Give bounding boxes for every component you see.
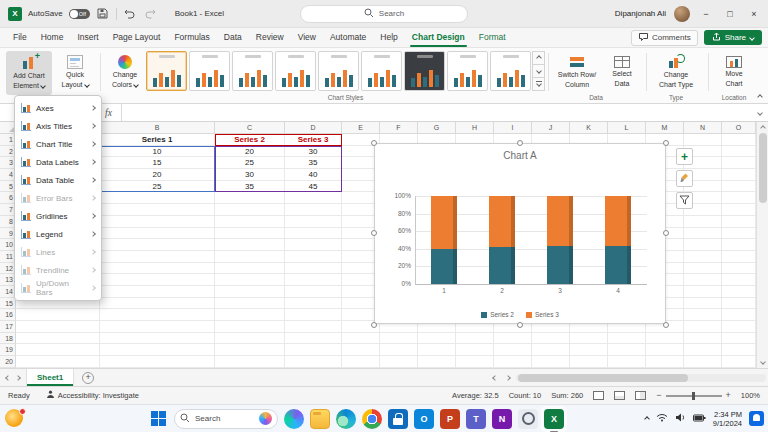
cell-F19[interactable]	[380, 344, 418, 356]
cell-B15[interactable]	[100, 298, 215, 310]
cell-K19[interactable]	[570, 344, 608, 356]
sheet-tab-sheet1[interactable]: Sheet1	[26, 369, 74, 386]
chart-resize-handle[interactable]	[517, 322, 523, 328]
cell-I18[interactable]	[494, 333, 532, 345]
cell-O19[interactable]	[722, 344, 756, 356]
cell-O11[interactable]	[722, 251, 756, 263]
series-series-3-segment[interactable]	[605, 196, 631, 246]
cell-B20[interactable]	[100, 356, 215, 368]
cell-D10[interactable]	[285, 239, 342, 251]
cell-D19[interactable]	[285, 344, 342, 356]
chart-style-3[interactable]	[232, 51, 273, 91]
cell-D15[interactable]	[285, 298, 342, 310]
cell-O4[interactable]	[722, 169, 756, 181]
cell-A19[interactable]	[16, 344, 100, 356]
cell-N18[interactable]	[684, 333, 722, 345]
gallery-more-button[interactable]	[532, 78, 545, 91]
cell-O6[interactable]	[722, 192, 756, 204]
cell-N12[interactable]	[684, 263, 722, 275]
cell-D17[interactable]	[285, 321, 342, 333]
cell-M20[interactable]	[646, 356, 684, 368]
prev-sheet-icon[interactable]	[5, 375, 11, 381]
chart-style-9[interactable]	[490, 51, 531, 91]
chart-canvas[interactable]: Chart A 100%80%60%40%20%0%1234 Series 2S…	[374, 143, 666, 324]
cell-C12[interactable]	[215, 263, 285, 275]
add-chart-element-button[interactable]: + Add Chart Element	[6, 51, 52, 95]
series-series-3-segment[interactable]	[489, 196, 515, 247]
file-explorer-icon[interactable]	[310, 409, 330, 429]
cell-N19[interactable]	[684, 344, 722, 356]
row-header-16[interactable]: 16	[0, 309, 16, 321]
accessibility-status[interactable]: Accessibility: Investigate	[46, 390, 139, 401]
chart-style-4[interactable]	[275, 51, 316, 91]
cell-D4[interactable]: 40	[285, 169, 342, 181]
cell-E18[interactable]	[342, 333, 380, 345]
cell-O13[interactable]	[722, 274, 756, 286]
vertical-scroll-thumb[interactable]	[759, 133, 767, 203]
chart-style-7[interactable]	[404, 51, 445, 91]
cell-O8[interactable]	[722, 216, 756, 228]
cell-O3[interactable]	[722, 157, 756, 169]
cell-D20[interactable]	[285, 356, 342, 368]
cell-D8[interactable]	[285, 216, 342, 228]
cell-D12[interactable]	[285, 263, 342, 275]
cell-C9[interactable]	[215, 228, 285, 240]
cell-C16[interactable]	[215, 309, 285, 321]
tab-data[interactable]: Data	[217, 28, 249, 47]
cell-C15[interactable]	[215, 298, 285, 310]
cell-D7[interactable]	[285, 204, 342, 216]
formula-input[interactable]	[122, 104, 752, 121]
cell-G20[interactable]	[418, 356, 456, 368]
titlebar-search[interactable]: Search	[300, 5, 468, 23]
cell-C20[interactable]	[215, 356, 285, 368]
copilot-icon[interactable]	[284, 409, 304, 429]
avatar[interactable]	[674, 6, 690, 22]
row-header-20[interactable]: 20	[0, 356, 16, 368]
tab-review[interactable]: Review	[249, 28, 291, 47]
cell-D16[interactable]	[285, 309, 342, 321]
collapse-ribbon-icon[interactable]	[757, 94, 763, 100]
wifi-icon[interactable]	[656, 413, 668, 424]
new-sheet-button[interactable]: +	[82, 372, 94, 384]
cell-O12[interactable]	[722, 263, 756, 275]
close-button[interactable]: ×	[746, 9, 762, 19]
cell-I20[interactable]	[494, 356, 532, 368]
cell-H19[interactable]	[456, 344, 494, 356]
series-series-2-segment[interactable]	[431, 249, 457, 284]
legend-item-series-3[interactable]: Series 3	[526, 311, 559, 318]
cell-N20[interactable]	[684, 356, 722, 368]
cell-N17[interactable]	[684, 321, 722, 333]
cell-A17[interactable]	[16, 321, 100, 333]
move-chart-button[interactable]: Move Chart	[712, 51, 756, 95]
horizontal-scroll-track[interactable]	[516, 374, 766, 382]
cell-L18[interactable]	[608, 333, 646, 345]
column-header-J[interactable]: J	[532, 122, 570, 133]
settings-icon[interactable]	[518, 409, 538, 429]
teams-icon[interactable]: T	[466, 409, 486, 429]
cell-L19[interactable]	[608, 344, 646, 356]
cell-D3[interactable]: 35	[285, 157, 342, 169]
save-button[interactable]	[96, 7, 110, 21]
cell-J18[interactable]	[532, 333, 570, 345]
cell-N16[interactable]	[684, 309, 722, 321]
cell-L20[interactable]	[608, 356, 646, 368]
change-colors-button[interactable]: Change Colors	[104, 51, 146, 95]
cell-B16[interactable]	[100, 309, 215, 321]
row-header-18[interactable]: 18	[0, 333, 16, 345]
cell-B14[interactable]	[100, 286, 215, 298]
column-header-L[interactable]: L	[608, 122, 646, 133]
cell-B9[interactable]	[100, 228, 215, 240]
cell-N14[interactable]	[684, 286, 722, 298]
cell-A20[interactable]	[16, 356, 100, 368]
cell-C10[interactable]	[215, 239, 285, 251]
switch-row-column-button[interactable]: Switch Row/ Column	[552, 51, 602, 95]
cell-C2[interactable]: 20	[215, 146, 285, 158]
scroll-right-icon[interactable]	[503, 373, 513, 383]
column-header-H[interactable]: H	[456, 122, 494, 133]
cell-C1[interactable]: Series 2	[215, 134, 285, 146]
cell-N15[interactable]	[684, 298, 722, 310]
select-data-button[interactable]: Select Data	[604, 51, 640, 95]
scroll-up-icon[interactable]	[760, 125, 766, 131]
cell-O20[interactable]	[722, 356, 756, 368]
redo-button[interactable]	[143, 7, 157, 21]
